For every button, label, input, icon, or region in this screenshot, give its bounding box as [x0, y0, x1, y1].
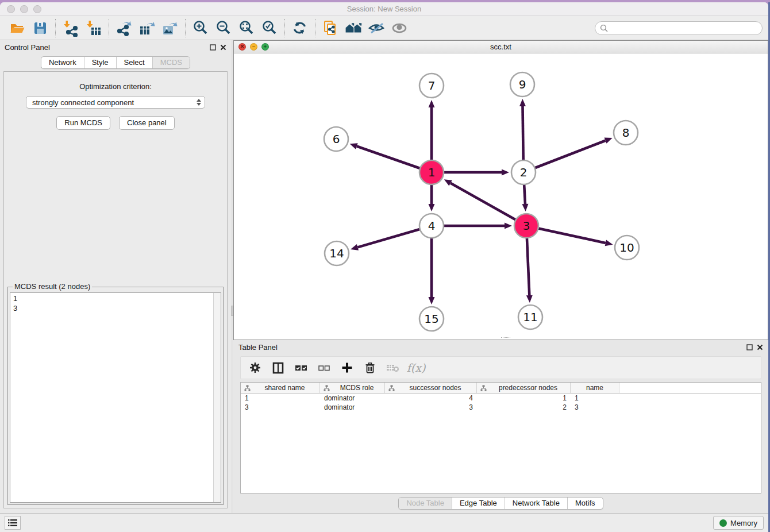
column-header-successor-nodes[interactable]: successor nodes [385, 383, 477, 393]
edge-arrowhead [429, 204, 435, 211]
delete-column-button[interactable] [361, 359, 379, 376]
memory-button[interactable]: Memory [713, 516, 764, 530]
main-toolbar [0, 16, 768, 40]
node-label: 6 [333, 132, 340, 146]
import-table-button[interactable] [82, 18, 105, 38]
tab-motifs[interactable]: Motifs [567, 498, 603, 509]
status-bar: Memory [0, 513, 768, 532]
save-session-button[interactable] [29, 18, 52, 38]
column-header-shared-name[interactable]: shared name [241, 383, 320, 393]
homes-icon [344, 20, 363, 37]
network-graph[interactable]: 7968124314101511 [234, 53, 768, 340]
tab-style[interactable]: Style [84, 57, 116, 68]
first-neighbors-button[interactable] [342, 18, 365, 38]
deselect-all-button[interactable] [315, 359, 333, 376]
create-column-button[interactable] [338, 359, 356, 376]
close-panel-icon[interactable] [220, 44, 226, 51]
mcds-result-group: MCDS result (2 nodes) 13 [7, 287, 224, 505]
table-settings-button[interactable] [247, 359, 264, 376]
graph-edge-2-8[interactable] [523, 141, 606, 172]
import-table-icon [85, 20, 102, 37]
search-input[interactable] [611, 24, 757, 32]
hide-selected-button[interactable] [365, 18, 388, 38]
edge-arrowhead [605, 138, 613, 144]
criterion-select[interactable]: strongly connected component [26, 96, 205, 109]
result-line: 3 [13, 303, 210, 313]
graph-node-1[interactable]: 1 [419, 160, 444, 184]
function-builder-button[interactable]: f(x) [407, 359, 425, 376]
table-cell: 3 [571, 403, 619, 411]
column-header-predecessor-nodes[interactable]: predecessor nodes [477, 383, 571, 393]
eye-icon [391, 20, 408, 37]
node-label: 2 [520, 165, 528, 179]
toolbar-separator [55, 19, 56, 37]
tab-node-table[interactable]: Node Table [399, 498, 452, 509]
show-all-button[interactable] [388, 18, 411, 38]
tab-select[interactable]: Select [116, 57, 152, 68]
deselect-all-icon [317, 361, 331, 374]
column-header-MCDS-role[interactable]: MCDS role [320, 383, 385, 393]
task-history-button[interactable] [5, 516, 21, 530]
run-mcds-button[interactable]: Run MCDS [56, 116, 110, 130]
export-table-button[interactable] [136, 18, 159, 38]
graph-node-7[interactable]: 7 [419, 74, 444, 98]
graph-node-3[interactable]: 3 [514, 214, 538, 238]
search-icon [600, 24, 608, 32]
edge-arrowhead [429, 297, 435, 304]
gear-icon [249, 361, 261, 374]
float-panel-icon[interactable] [746, 344, 753, 350]
export-network-button[interactable] [113, 18, 136, 38]
show-columns-button[interactable] [270, 359, 287, 376]
export-image-button[interactable] [159, 18, 182, 38]
apply-layout-button[interactable] [288, 18, 311, 38]
tab-edge-table[interactable]: Edge Table [452, 498, 505, 509]
export-network-icon [116, 20, 133, 37]
edge-arrowhead [519, 99, 526, 106]
zoom-out-button[interactable] [212, 18, 235, 38]
table-row[interactable]: 3dominator323 [241, 403, 761, 412]
edge-arrowhead [605, 240, 613, 246]
zoom-fit-icon [238, 20, 255, 37]
select-all-button[interactable] [292, 359, 310, 376]
splitter-grip[interactable] [231, 306, 233, 316]
delete-table-button[interactable] [384, 359, 402, 376]
toolbar-separator [185, 19, 186, 37]
graph-node-6[interactable]: 6 [324, 127, 348, 151]
clone-network-button[interactable] [319, 18, 342, 38]
edge-arrowhead [350, 143, 358, 149]
table-row[interactable]: 1dominator411 [241, 394, 761, 403]
result-scrollbar[interactable] [213, 293, 221, 502]
graph-node-4[interactable]: 4 [419, 214, 444, 238]
network-resize-grip[interactable] [501, 337, 510, 340]
graph-node-9[interactable]: 9 [510, 72, 534, 97]
import-network-button[interactable] [59, 18, 82, 38]
graph-node-14[interactable]: 14 [325, 241, 349, 265]
panel-splitter[interactable] [231, 40, 233, 513]
edge-arrowhead [522, 204, 528, 211]
graph-edge-3-1[interactable] [451, 183, 526, 226]
graph-node-10[interactable]: 10 [615, 236, 639, 260]
tab-network-table[interactable]: Network Table [505, 498, 567, 509]
edge-arrowhead [429, 100, 435, 107]
zoom-in-button[interactable] [189, 18, 212, 38]
column-type-icon [324, 385, 330, 391]
zoom-fit-button[interactable] [235, 18, 258, 38]
close-panel-icon[interactable] [757, 344, 763, 350]
graph-node-15[interactable]: 15 [419, 307, 444, 331]
memory-status-icon [719, 519, 727, 527]
table-panel-tabs: Node TableEdge TableNetwork TableMotifs [398, 497, 603, 510]
tab-mcds[interactable]: MCDS [152, 57, 190, 68]
float-panel-icon[interactable] [210, 44, 216, 51]
graph-node-8[interactable]: 8 [614, 121, 638, 145]
criterion-value: strongly connected component [32, 98, 197, 107]
node-table: shared nameMCDS rolesuccessor nodesprede… [240, 382, 761, 494]
column-header-name[interactable]: name [571, 383, 619, 393]
tab-network[interactable]: Network [41, 57, 84, 68]
graph-node-11[interactable]: 11 [518, 305, 542, 329]
network-canvas[interactable]: 7968124314101511 [234, 53, 768, 340]
search-box [595, 21, 763, 35]
zoom-selected-button[interactable] [258, 18, 281, 38]
open-session-button[interactable] [6, 18, 29, 38]
close-panel-button[interactable]: Close panel [119, 116, 175, 130]
graph-node-2[interactable]: 2 [511, 160, 536, 184]
